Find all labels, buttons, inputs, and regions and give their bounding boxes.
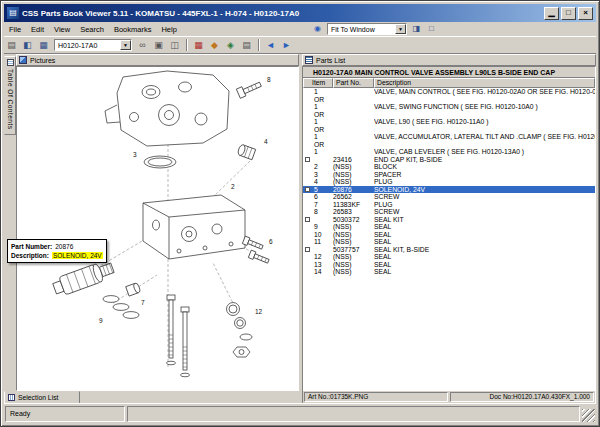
- table-row[interactable]: 11 (NSS) SEAL: [303, 238, 595, 246]
- column-header-part-no[interactable]: Part No.: [333, 78, 374, 88]
- table-row[interactable]: OR: [303, 111, 595, 119]
- chevron-down-icon[interactable]: ▼: [120, 40, 131, 50]
- search-icon[interactable]: ∞: [135, 38, 150, 52]
- menu-search[interactable]: Search: [75, 23, 109, 36]
- zoom-mode-icon[interactable]: ◉: [310, 23, 325, 35]
- diagram-item-label[interactable]: 12: [255, 308, 263, 315]
- table-row[interactable]: 14 (NSS) SEAL: [303, 268, 595, 276]
- title-bar[interactable]: ▤ CSS Parts Book Viewer 5.11 - KOMATSU -…: [4, 4, 596, 22]
- parts-list-icon: [305, 56, 313, 64]
- toolbar-separator: [258, 39, 259, 51]
- kit-checkbox[interactable]: [305, 157, 310, 162]
- table-row[interactable]: OR: [303, 126, 595, 134]
- kit-checkbox-cell: [303, 157, 312, 162]
- minimize-button[interactable]: ▁: [544, 7, 559, 20]
- toc-tab-label: Table Of Contents: [7, 69, 14, 130]
- kit-checkbox[interactable]: [305, 217, 310, 222]
- table-row[interactable]: OR: [303, 141, 595, 149]
- table-row[interactable]: 12 (NSS) SEAL: [303, 253, 595, 261]
- menu-help[interactable]: Help: [156, 23, 181, 36]
- table-row[interactable]: 1 VALVE, MAIN CONTROL ( SEE FIG. H0120-0…: [303, 88, 595, 96]
- parts-list-caption[interactable]: Parts List: [302, 54, 596, 66]
- thumbnails-icon[interactable]: ▦: [36, 38, 51, 52]
- table-row[interactable]: 5037757 SEAL KIT, B-SIDE: [303, 246, 595, 254]
- palette-icon[interactable]: ◈: [223, 38, 238, 52]
- main-area: Table Of Contents Pictures: [4, 54, 596, 404]
- table-row[interactable]: 5 20876 SOLENOID, 24V: [303, 186, 595, 194]
- copy-icon[interactable]: ◫: [167, 38, 182, 52]
- diagram-item-label[interactable]: 3: [133, 151, 137, 158]
- highlighter-icon[interactable]: ◆: [207, 38, 222, 52]
- menu-file[interactable]: File: [4, 23, 26, 36]
- tab-table-of-contents[interactable]: Table Of Contents: [4, 56, 16, 135]
- table-row[interactable]: 1 VALVE, CAB LEVELER ( SEE FIG. H0120-13…: [303, 148, 595, 156]
- diagram-item-label[interactable]: 6: [269, 238, 273, 245]
- views-panel-icon[interactable]: ◧: [20, 38, 35, 52]
- part-tooltip: Part Number:20876 Description:SOLENOID, …: [7, 239, 107, 263]
- parts-diagram[interactable]: 8 3 4 2 5 6 7 9 12: [17, 67, 296, 390]
- cell-item: 6: [312, 193, 333, 201]
- status-text: Ready: [5, 406, 125, 422]
- picture-canvas[interactable]: 8 3 4 2 5 6 7 9 12: [16, 66, 299, 391]
- cell-part-no: 20876: [333, 186, 374, 194]
- table-row[interactable]: 1 VALVE, ACCUMULATOR, LATERAL TILT AND .…: [303, 133, 595, 141]
- diagram-item-label[interactable]: 9: [99, 317, 103, 324]
- menu-edit[interactable]: Edit: [26, 23, 49, 36]
- window-title: CSS Parts Book Viewer 5.11 - KOMATSU - 4…: [22, 9, 542, 18]
- cell-item: 2: [312, 163, 333, 171]
- cell-description: SEAL: [374, 238, 595, 246]
- table-row[interactable]: 8 26583 SCREW: [303, 208, 595, 216]
- tooltip-description-row: Description:SOLENOID, 24V: [11, 251, 103, 260]
- page-width-icon[interactable]: ◨: [409, 23, 424, 35]
- pictures-caption[interactable]: Pictures: [16, 54, 299, 66]
- maximize-button[interactable]: □: [561, 7, 576, 20]
- table-row[interactable]: 1 VALVE, L90 ( SEE FIG. H0120-11A0 ): [303, 118, 595, 126]
- art-no: Art No.:01735K.PNG: [304, 392, 448, 402]
- table-row[interactable]: 23416 END CAP KIT, B-SIDE: [303, 156, 595, 164]
- table-row[interactable]: 9 (NSS) SEAL: [303, 223, 595, 231]
- cell-description: SEAL: [374, 268, 595, 276]
- table-row[interactable]: 7 11383KF PLUG: [303, 201, 595, 209]
- kit-checkbox[interactable]: [305, 187, 310, 192]
- table-row[interactable]: 3 (NSS) SPACER: [303, 171, 595, 179]
- pictures-title: Pictures: [30, 57, 55, 64]
- hotspot-prev-icon[interactable]: ◄: [263, 38, 278, 52]
- zoom-combo[interactable]: Fit To Window ▼: [327, 23, 407, 35]
- table-row[interactable]: 4 (NSS) PLUG: [303, 178, 595, 186]
- column-header-item[interactable]: Item: [303, 78, 333, 88]
- diagram-item-label[interactable]: 8: [267, 76, 271, 83]
- table-row[interactable]: 6 26562 SCREW: [303, 193, 595, 201]
- selection-list-icon[interactable]: ▦: [191, 38, 206, 52]
- diagram-item-label[interactable]: 2: [231, 183, 235, 190]
- cell-description: SEAL: [374, 261, 595, 269]
- table-row[interactable]: 10 (NSS) SEAL: [303, 231, 595, 239]
- column-header-description[interactable]: Description: [374, 78, 595, 88]
- full-page-icon[interactable]: □: [424, 23, 439, 35]
- cell-description: SEAL KIT: [374, 216, 595, 224]
- diagram-item-label[interactable]: 4: [264, 138, 268, 145]
- resize-grip[interactable]: [582, 409, 595, 422]
- table-row[interactable]: 5030372 SEAL KIT: [303, 216, 595, 224]
- figure-combo[interactable]: H0120-17A0 ▼: [54, 39, 132, 51]
- cell-item: OR: [312, 111, 333, 119]
- kit-checkbox[interactable]: [305, 247, 310, 252]
- menu-bookmarks[interactable]: Bookmarks: [109, 23, 157, 36]
- table-row[interactable]: 13 (NSS) SEAL: [303, 261, 595, 269]
- notes-icon[interactable]: ▤: [239, 38, 254, 52]
- close-button[interactable]: ×: [578, 7, 593, 20]
- hotspot-next-icon[interactable]: ►: [279, 38, 294, 52]
- toc-tab-icon: [7, 59, 14, 66]
- cell-description: SCREW: [374, 193, 595, 201]
- table-row[interactable]: 2 (NSS) BLOCK: [303, 163, 595, 171]
- table-row[interactable]: 1 VALVE, SWING FUNCTION ( SEE FIG. H0120…: [303, 103, 595, 111]
- print-icon[interactable]: ▣: [151, 38, 166, 52]
- cell-description: END CAP KIT, B-SIDE: [374, 156, 595, 164]
- toc-toggle-icon[interactable]: ▤: [4, 38, 19, 52]
- chevron-down-icon[interactable]: ▼: [395, 24, 406, 34]
- menu-view[interactable]: View: [49, 23, 75, 36]
- cell-part-no: (NSS): [333, 261, 374, 269]
- table-row[interactable]: OR: [303, 96, 595, 104]
- diagram-item-label[interactable]: 7: [141, 299, 145, 306]
- figure-combo-value: H0120-17A0: [55, 42, 120, 49]
- cell-part-no: (NSS): [333, 268, 374, 276]
